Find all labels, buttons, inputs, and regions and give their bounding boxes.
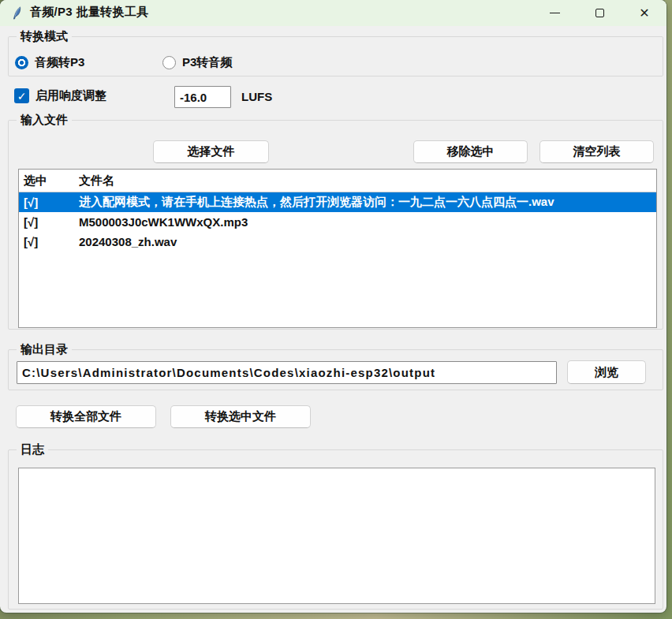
output-path-input[interactable]: [17, 361, 557, 384]
output-dir-group: 输出目录 浏览: [8, 349, 663, 390]
clear-list-button[interactable]: 清空列表: [539, 140, 654, 163]
radio-p3-to-audio[interactable]: P3转音频: [162, 55, 232, 70]
remove-selected-button[interactable]: 移除选中: [413, 140, 528, 163]
lufs-input[interactable]: [174, 86, 231, 108]
radio-audio-to-p3-label: 音频转P3: [35, 55, 84, 70]
radio-unselected-icon: [162, 56, 176, 69]
close-icon[interactable]: ✕: [622, 0, 666, 26]
convert-selected-button[interactable]: 转换选中文件: [170, 405, 311, 428]
select-files-button[interactable]: 选择文件: [153, 140, 269, 163]
title-bar[interactable]: 音频/P3 批量转换工具 ✕: [0, 0, 666, 26]
loudness-checkbox-label: 启用响度调整: [35, 88, 106, 103]
radio-p3-to-audio-label: P3转音频: [182, 55, 232, 70]
row-checked-cell: [√]: [19, 196, 79, 209]
output-dir-label: 输出目录: [17, 341, 72, 357]
table-row[interactable]: [√] M500003J0cWK1WWxQX.mp3: [19, 212, 656, 232]
column-header-filename[interactable]: 文件名: [79, 173, 656, 188]
table-row[interactable]: [√] 进入配网模式，请在手机上连接热点，然后打开浏览器访问：一九二点一六八点四…: [19, 192, 656, 212]
mode-group: 转换模式 音频转P3 P3转音频: [8, 36, 663, 76]
table-row[interactable]: [√] 20240308_zh.wav: [19, 232, 656, 252]
lufs-unit-label: LUFS: [241, 90, 272, 103]
window-title: 音频/P3 批量转换工具: [30, 5, 148, 20]
row-filename-cell: M500003J0cWK1WWxQX.mp3: [79, 215, 656, 229]
log-label: 日志: [17, 442, 48, 457]
maximize-icon[interactable]: [577, 0, 622, 26]
radio-audio-to-p3[interactable]: 音频转P3: [15, 55, 84, 70]
row-filename-cell: 20240308_zh.wav: [79, 235, 656, 248]
python-feather-icon: [11, 6, 24, 20]
file-table: 选中 文件名 [√] 进入配网模式，请在手机上连接热点，然后打开浏览器访问：一九…: [18, 169, 657, 328]
input-files-label: 输入文件: [17, 112, 72, 128]
column-header-checked[interactable]: 选中: [19, 173, 79, 188]
browse-button[interactable]: 浏览: [567, 360, 646, 384]
app-window: 音频/P3 批量转换工具 ✕ 转换模式 音频转P3 P3转音频 启用响度调整 L…: [0, 0, 666, 613]
row-filename-cell: 进入配网模式，请在手机上连接热点，然后打开浏览器访问：一九二点一六八点四点一.w…: [79, 195, 656, 210]
input-files-group: 输入文件 选择文件 移除选中 清空列表 选中 文件名 [√] 进入配网模式，请在…: [8, 120, 663, 330]
log-textarea[interactable]: [18, 468, 655, 604]
mode-group-label: 转换模式: [17, 28, 72, 44]
minimize-icon[interactable]: [532, 0, 577, 26]
loudness-checkbox[interactable]: [14, 88, 29, 103]
row-checked-cell: [√]: [19, 215, 79, 229]
loudness-row: 启用响度调整: [14, 88, 106, 103]
radio-selected-icon: [15, 56, 28, 69]
file-table-header[interactable]: 选中 文件名: [19, 170, 656, 192]
log-group: 日志: [8, 449, 663, 610]
convert-all-button[interactable]: 转换全部文件: [16, 405, 156, 428]
row-checked-cell: [√]: [19, 235, 79, 248]
